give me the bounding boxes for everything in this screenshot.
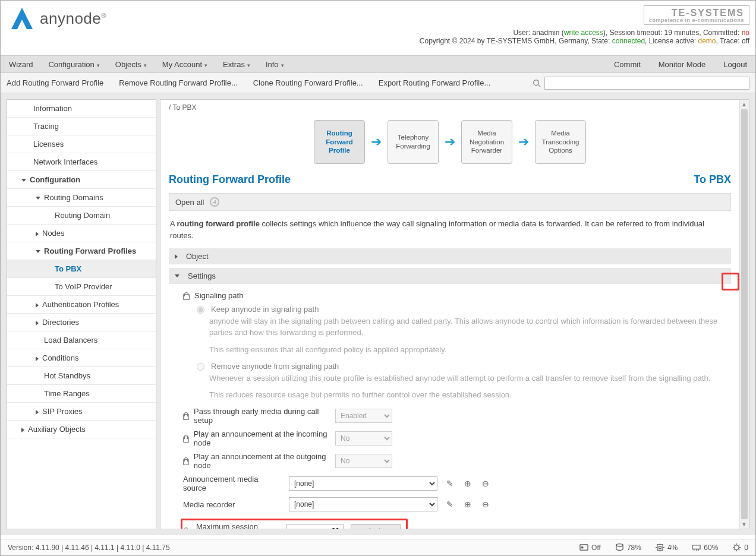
sidebar-load-balancers[interactable]: Load Balancers: [7, 331, 156, 349]
scroll-down-icon[interactable]: ▼: [741, 521, 747, 527]
sidebar-network-interfaces[interactable]: Network Interfaces: [7, 153, 156, 171]
arrow-right-icon: ➔: [518, 134, 529, 150]
chevron-right-icon: [36, 321, 39, 326]
row-max-session-duration: Maximum session duration minutes: [185, 522, 401, 529]
sidebar-configuration[interactable]: Configuration: [7, 171, 156, 189]
brand-name: anynode®: [40, 10, 106, 28]
flow-chain: Routing Forward Profile ➔ Telephony Forw…: [169, 120, 731, 164]
action-export-rfp[interactable]: Export Routing Forward Profile...: [379, 78, 491, 87]
row-announcement-out: Play an announcement at the outgoing nod…: [183, 452, 725, 470]
sidebar-rfp[interactable]: Routing Forward Profiles: [7, 242, 156, 260]
footer-cpu: 4%: [656, 543, 678, 552]
svg-rect-5: [657, 545, 663, 550]
search-icon: [533, 79, 541, 87]
row-early-media: Pass through early media during call set…: [183, 407, 725, 425]
sidebar-routing-domain[interactable]: Routing Domain: [7, 207, 156, 225]
sidebar-conditions[interactable]: Conditions: [7, 349, 156, 367]
flow-routing-forward-profile[interactable]: Routing Forward Profile: [314, 120, 365, 164]
menu-commit[interactable]: Commit: [612, 60, 643, 69]
minus-icon[interactable]: ⊖: [480, 499, 491, 510]
sidebar-to-pbx[interactable]: To PBX: [7, 260, 156, 278]
sidebar-nodes[interactable]: Nodes: [7, 225, 156, 242]
sidebar: Information Tracing Licenses Network Int…: [7, 99, 156, 529]
section-settings[interactable]: Settings: [169, 268, 731, 284]
select-announcement-in[interactable]: No: [335, 431, 392, 446]
memory-icon: [692, 543, 701, 552]
action-add-rfp[interactable]: Add Routing Forward Profile: [7, 78, 103, 87]
lock-icon: [183, 435, 189, 443]
version-info: Version: 4.11.90 | 4.11.46 | 4.11.1 | 4.…: [8, 544, 170, 552]
radio-remove-input[interactable]: [197, 363, 204, 371]
anynode-logo-icon: [9, 5, 35, 31]
edit-icon[interactable]: ✎: [445, 499, 455, 510]
radio-remove-signaling[interactable]: Remove anynode from signaling path: [194, 362, 725, 371]
sidebar-time-ranges[interactable]: Time Ranges: [7, 385, 156, 403]
minus-icon[interactable]: ⊖: [480, 478, 491, 489]
sidebar-tracing[interactable]: Tracing: [7, 118, 156, 135]
select-announcement-out[interactable]: No: [335, 454, 392, 468]
radio-keep-signaling[interactable]: Keep anynode in signaling path: [194, 305, 725, 314]
page-title-right: To PBX: [694, 173, 731, 186]
action-bar: Add Routing Forward Profile Remove Routi…: [1, 73, 755, 93]
sidebar-to-voip[interactable]: To VoIP Provider: [7, 278, 156, 296]
svg-line-23: [739, 545, 739, 545]
flow-media-transcoding-options[interactable]: Media Transcoding Options: [535, 120, 586, 164]
input-max-session-duration[interactable]: [286, 524, 344, 529]
menu-monitor-mode[interactable]: Monitor Mode: [656, 60, 708, 69]
menu-extras[interactable]: Extras: [220, 60, 253, 69]
unit-minutes: minutes: [351, 524, 401, 529]
radio-keep-input[interactable]: [197, 306, 204, 314]
gear-icon: [732, 543, 741, 552]
sidebar-licenses[interactable]: Licenses: [7, 135, 156, 153]
footer-memory: 60%: [692, 543, 718, 552]
open-all-bar[interactable]: Open all: [169, 193, 731, 211]
header-right: TE-SYSTEMS competence in e-communication…: [420, 5, 749, 45]
svg-point-15: [735, 545, 739, 550]
search-input[interactable]: [544, 77, 749, 90]
menu-wizard[interactable]: Wizard: [7, 60, 35, 69]
menu-my-account[interactable]: My Account: [160, 60, 210, 69]
sidebar-information[interactable]: Information: [7, 100, 156, 118]
content-scrollbar[interactable]: ▲ ▼: [739, 100, 749, 529]
menu-logout[interactable]: Logout: [721, 60, 749, 69]
remove-help-1: Whenever a session utilizing this route …: [209, 373, 725, 384]
menu-objects[interactable]: Objects: [113, 60, 149, 69]
select-media-recorder[interactable]: [none]: [289, 497, 437, 511]
arrow-right-icon: ➔: [445, 134, 455, 150]
te-systems-logo: TE-SYSTEMS competence in e-communication…: [644, 5, 749, 25]
scroll-up-icon[interactable]: ▲: [741, 101, 747, 108]
chevron-right-icon: [36, 356, 39, 361]
edit-icon[interactable]: ✎: [445, 478, 455, 489]
select-early-media[interactable]: Enabled: [335, 409, 392, 423]
keep-help-2: This setting ensures that all configured…: [209, 345, 725, 356]
plus-icon[interactable]: ⊕: [462, 478, 473, 489]
profile-description: A routing forward profile collects setti…: [170, 218, 730, 241]
page-title: Routing Forward Profile: [169, 173, 291, 186]
copyright-line: Copyright © 2024 by TE-SYSTEMS GmbH, Ger…: [420, 37, 749, 45]
svg-line-1: [538, 84, 541, 87]
chevron-down-icon: [21, 179, 26, 182]
logo-area: anynode®: [9, 5, 106, 31]
action-clone-rfp[interactable]: Clone Routing Forward Profile...: [253, 78, 363, 87]
scroll-thumb[interactable]: [741, 109, 748, 519]
sidebar-auth-profiles[interactable]: Authentication Profiles: [7, 296, 156, 314]
sidebar-directories[interactable]: Directories: [7, 314, 156, 331]
svg-point-4: [616, 544, 623, 546]
footer-gear: 0: [732, 543, 748, 552]
main-menu-bar: Wizard Configuration Objects My Account …: [1, 55, 755, 73]
menu-info[interactable]: Info: [263, 60, 286, 69]
menu-configuration[interactable]: Configuration: [46, 60, 102, 69]
flow-media-negotiation-forwarder[interactable]: Media Negotiation Forwarder: [461, 120, 512, 164]
sidebar-sip-proxies[interactable]: SIP Proxies: [7, 403, 156, 421]
footer-bar: Version: 4.11.90 | 4.11.46 | 4.11.1 | 4.…: [1, 539, 755, 555]
svg-line-21: [739, 549, 739, 550]
section-object[interactable]: Object: [169, 248, 731, 264]
plus-icon[interactable]: ⊕: [462, 499, 473, 510]
action-remove-rfp[interactable]: Remove Routing Forward Profile...: [119, 78, 237, 87]
sidebar-hot-standbys[interactable]: Hot Standbys: [7, 367, 156, 385]
flow-telephony-forwarding[interactable]: Telephony Forwarding: [388, 120, 439, 164]
sidebar-routing-domains[interactable]: Routing Domains: [7, 189, 156, 207]
sidebar-aux-objects[interactable]: Auxiliary Objects: [7, 421, 156, 438]
select-announcement-source[interactable]: [none]: [289, 476, 437, 491]
chevron-right-icon: [175, 254, 178, 259]
